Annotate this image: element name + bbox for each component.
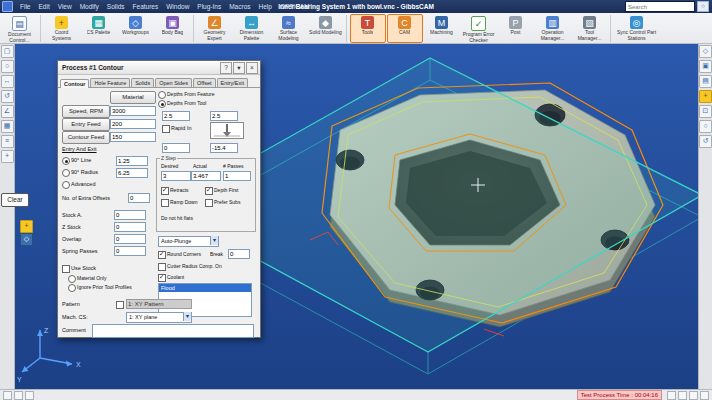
depths-from-feature-radio[interactable]: [158, 91, 166, 99]
prefer-subs-checkbox[interactable]: [205, 199, 213, 207]
menu-macros[interactable]: Macros: [225, 3, 254, 10]
overlap-field[interactable]: 0: [114, 234, 146, 244]
snap-icon[interactable]: +: [1, 150, 14, 163]
tab-offset[interactable]: Offset: [193, 78, 216, 87]
round-corners-checkbox[interactable]: [158, 251, 166, 259]
material-button[interactable]: Material: [110, 91, 156, 104]
break-field[interactable]: 0: [228, 249, 250, 259]
contour-feed-button[interactable]: Contour Feed: [62, 131, 110, 144]
tab-solids[interactable]: Solids: [131, 78, 154, 87]
menu-help[interactable]: Help: [255, 3, 276, 10]
rotate-icon[interactable]: ↺: [1, 90, 14, 103]
depth-z2-field[interactable]: -15.4: [210, 143, 238, 153]
ribbon-item-sync-control[interactable]: ◎ Sync Control Part Stations: [614, 14, 660, 43]
surface-top-field[interactable]: 2.5: [162, 111, 190, 121]
ribbon-item-operation-manager[interactable]: ▥ Operation Manager...: [535, 14, 571, 43]
ribbon-item-tools[interactable]: T Tools: [350, 14, 386, 43]
stock-a-field[interactable]: 0: [114, 210, 146, 220]
dialog-pin-icon[interactable]: ▾: [233, 62, 245, 74]
ribbon-item-surface-modeling[interactable]: ≈ Surface Modeling: [271, 14, 307, 43]
entry-and-exit-link[interactable]: Entry And Exit: [62, 146, 97, 152]
ribbon-item-workgroups[interactable]: ◇ Workgroups: [118, 14, 154, 43]
redraw-icon[interactable]: ↺: [699, 135, 712, 148]
menu-plugins[interactable]: Plug-Ins: [193, 3, 225, 10]
ribbon-item-coord-systems[interactable]: + Coord Systems: [44, 14, 80, 43]
ribbon-item-body-bag[interactable]: ▣ Body Bag: [155, 14, 191, 43]
radius90-radio[interactable]: [62, 169, 70, 177]
pan-icon[interactable]: ↔: [1, 75, 14, 88]
menu-opticam[interactable]: OPTICAM: [276, 3, 314, 10]
contour-feed-field[interactable]: 150: [110, 132, 156, 142]
menu-window[interactable]: Window: [162, 3, 193, 10]
status-toggle-icon-3[interactable]: [689, 391, 698, 400]
menu-view[interactable]: View: [54, 3, 76, 10]
close-icon[interactable]: ×: [246, 62, 258, 74]
extra-offsets-field[interactable]: 0: [128, 193, 150, 203]
z-stock-field[interactable]: 0: [114, 222, 146, 232]
material-only-radio[interactable]: [68, 275, 76, 283]
rapid-in-checkbox[interactable]: [162, 125, 170, 133]
status-axis-icon[interactable]: [3, 391, 12, 400]
grid-icon[interactable]: ▦: [1, 120, 14, 133]
ribbon-item-cam[interactable]: C CAM: [387, 14, 423, 43]
ribbon-item-solid-modeling[interactable]: ◆ Solid Modeling: [308, 14, 344, 43]
view-top-icon[interactable]: ▣: [699, 60, 712, 73]
tab-open-sides[interactable]: Open Sides: [155, 78, 192, 87]
ribbon-item-machining[interactable]: M Machining: [424, 14, 460, 43]
entry-feed-button[interactable]: Entry Feed: [62, 118, 110, 131]
status-grid-icon[interactable]: [25, 391, 34, 400]
dialog-help-icon[interactable]: ?: [220, 62, 232, 74]
ribbon-item-program-error-checker[interactable]: ✓ Program Error Checker: [461, 14, 497, 45]
mach-cs-dropdown[interactable]: 1: XY plane: [126, 312, 192, 323]
spring-passes-field[interactable]: 0: [114, 246, 146, 256]
zoom-window-icon[interactable]: ○: [699, 120, 712, 133]
search-icon[interactable]: ○: [697, 1, 709, 12]
radius90-field[interactable]: 6.25: [116, 168, 148, 178]
ribbon-item-tool-manager[interactable]: ▧ Tool Manager...: [572, 14, 608, 43]
status-toggle-icon-2[interactable]: [678, 391, 687, 400]
use-stock-checkbox[interactable]: [62, 265, 70, 273]
line90-radio[interactable]: [62, 157, 70, 165]
layers-icon[interactable]: ≡: [1, 135, 14, 148]
ribbon-item-document-control[interactable]: ▤ Document Control...: [2, 14, 38, 45]
speed-rpm-field[interactable]: 3000: [110, 106, 156, 116]
depth-first-checkbox[interactable]: [205, 187, 213, 195]
advanced-radio[interactable]: [62, 181, 70, 189]
coolant-selected-item[interactable]: Flood: [159, 284, 251, 292]
status-toggle-icon-4[interactable]: [700, 391, 709, 400]
plunge-dropdown[interactable]: Auto-Plunge: [158, 236, 219, 247]
ribbon-item-post[interactable]: P Post: [498, 14, 534, 43]
menu-features[interactable]: Features: [129, 3, 163, 10]
ignore-prior-radio[interactable]: [68, 284, 76, 292]
menu-edit[interactable]: Edit: [34, 3, 53, 10]
depths-from-tool-radio[interactable]: [158, 100, 166, 108]
tab-contour[interactable]: Contour: [60, 79, 89, 88]
tab-hole-feature[interactable]: Hole Feature: [90, 78, 130, 87]
ribbon-item-dimension-palette[interactable]: ↔ Dimension Palette: [234, 14, 270, 43]
crc-checkbox[interactable]: [158, 263, 166, 271]
view-iso-icon[interactable]: ◇: [699, 45, 712, 58]
clear-button[interactable]: Clear: [1, 193, 29, 207]
floating-view-icon[interactable]: ◇: [20, 233, 33, 246]
menu-file[interactable]: File: [16, 3, 34, 10]
zoom-fit-icon[interactable]: ⊡: [699, 105, 712, 118]
speed-rpm-button[interactable]: Speed, RPM: [62, 105, 110, 118]
status-snap-icon[interactable]: [14, 391, 23, 400]
z-actual-field[interactable]: 3.467: [191, 171, 221, 181]
z-passes-field[interactable]: 1: [223, 171, 251, 181]
pattern-checkbox[interactable]: [116, 301, 124, 309]
measure-icon[interactable]: ∠: [1, 105, 14, 118]
retracts-checkbox[interactable]: [161, 187, 169, 195]
status-toggle-icon-1[interactable]: [667, 391, 676, 400]
ribbon-item-cs-palette[interactable]: ▦ CS Palette: [81, 14, 117, 43]
select-icon[interactable]: ▢: [1, 45, 14, 58]
floating-cs-icon[interactable]: +: [20, 220, 33, 233]
search-input[interactable]: [625, 1, 695, 12]
comment-field[interactable]: [92, 324, 254, 338]
ribbon-item-geometry-expert[interactable]: ∠ Geometry Expert: [197, 14, 233, 43]
line90-field[interactable]: 1.25: [116, 156, 148, 166]
tab-entry-exit[interactable]: Entry/Exit: [217, 78, 249, 87]
z-desired-field[interactable]: 3: [161, 171, 191, 181]
depth-z-field[interactable]: 0: [162, 143, 190, 153]
menu-modify[interactable]: Modify: [76, 3, 103, 10]
